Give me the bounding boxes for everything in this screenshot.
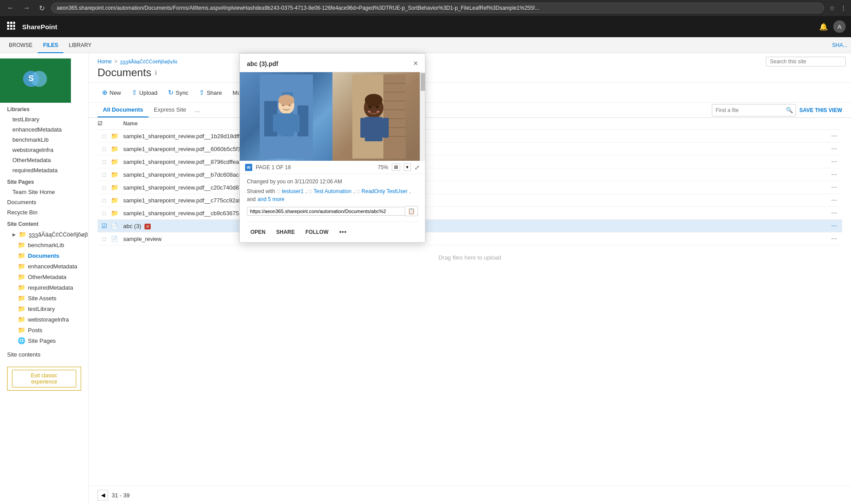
url-bar[interactable] bbox=[51, 3, 824, 13]
table-row[interactable]: ☑ 📄 abc (3) ✕ ··· bbox=[98, 220, 842, 233]
file-name[interactable]: sample1_sharepoint_review.pdf__8796cdffe… bbox=[123, 159, 826, 165]
table-row[interactable]: □ 📁 sample1_sharepoint_review.pdf__8796c… bbox=[98, 155, 842, 168]
file-name[interactable]: sample1_sharepoint_review.pdf__6060b5c5f… bbox=[123, 146, 826, 152]
find-file-search-icon[interactable]: 🔍 bbox=[783, 107, 796, 113]
shared-user-readonly[interactable]: ReadOnly TestUser bbox=[362, 188, 408, 194]
file-menu-button[interactable]: ··· bbox=[826, 183, 842, 191]
sidebar-item-benchmarklib2[interactable]: 📁 benchmarkLib bbox=[0, 240, 88, 250]
row-checkbox[interactable]: □ bbox=[98, 133, 111, 140]
sidebar-item-othermeta2[interactable]: 📁 OtherMetadata bbox=[0, 271, 88, 282]
preview-scrollbar[interactable] bbox=[420, 72, 425, 161]
popup-expand-button[interactable]: ⤢ bbox=[414, 164, 420, 171]
sidebar-item-documents[interactable]: Documents bbox=[0, 197, 88, 207]
refresh-button[interactable]: ↻ bbox=[36, 3, 47, 13]
view-tab-all-documents[interactable]: All Documents bbox=[98, 103, 148, 117]
sidebar-item-testlibrary[interactable]: testLibrary bbox=[0, 114, 88, 124]
popup-follow-button[interactable]: FOLLOW bbox=[302, 227, 332, 237]
file-menu-button[interactable]: ··· bbox=[826, 222, 842, 230]
table-row[interactable]: □ 📁 sample1_sharepoint_review.pdf__6060b… bbox=[98, 143, 842, 155]
sidebar-item-benchmarklib[interactable]: benchmarkLib bbox=[0, 135, 88, 145]
notification-bell-icon[interactable]: 🔔 bbox=[819, 23, 828, 31]
row-checkbox[interactable]: □ bbox=[98, 197, 111, 204]
sidebar-item-recycle-bin[interactable]: Recycle Bin bbox=[0, 207, 88, 217]
view-tab-express-site[interactable]: Express Site bbox=[148, 103, 191, 117]
scrollbar-thumb[interactable] bbox=[421, 73, 425, 91]
sidebar-item-siteassets[interactable]: 📁 Site Assets bbox=[0, 293, 88, 303]
file-menu-button[interactable]: ··· bbox=[826, 132, 842, 140]
popup-more-button[interactable]: ••• bbox=[336, 226, 350, 238]
table-row[interactable]: □ 📁 sample1_sharepoint_review.pdf__c775c… bbox=[98, 194, 842, 207]
table-row[interactable]: □ 📁 sample1_sharepoint_review.pdf__1b28d… bbox=[98, 130, 842, 143]
exit-classic-button[interactable]: Exit classic experience bbox=[12, 370, 76, 388]
shared-user-testuser1[interactable]: testuser1 bbox=[282, 188, 304, 194]
sidebar-item-othermetadata[interactable]: OtherMetadata bbox=[0, 155, 88, 165]
breadcrumb-home[interactable]: Home bbox=[98, 58, 112, 65]
row-checkbox[interactable]: □ bbox=[98, 171, 111, 178]
tab-files[interactable]: FILES bbox=[38, 37, 63, 53]
pagination-prev-button[interactable]: ◀ bbox=[98, 490, 108, 500]
popup-share-button[interactable]: SHARE bbox=[273, 227, 298, 237]
new-button[interactable]: ⊕ New bbox=[98, 86, 125, 99]
tab-library[interactable]: LIBRARY bbox=[63, 37, 97, 53]
sidebar-item-webstorage2[interactable]: 📁 webstoragelnfra bbox=[0, 314, 88, 325]
view-tab-more[interactable]: ... bbox=[191, 103, 203, 117]
popup-view-list-button[interactable]: ▾ bbox=[404, 163, 411, 171]
upload-button[interactable]: ⇧ Upload bbox=[127, 86, 162, 99]
sidebar-item-webstorage[interactable]: webstoragelnfra bbox=[0, 145, 88, 155]
file-name[interactable]: sample1_sharepoint_review.pdf__1b28d18df… bbox=[123, 133, 826, 140]
file-name[interactable]: abc (3) ✕ bbox=[123, 223, 826, 229]
table-row[interactable]: □ 📁 sample1_sharepoint_review.pdf__cb9c6… bbox=[98, 207, 842, 220]
file-menu-button[interactable]: ··· bbox=[826, 145, 842, 153]
shared-user-testautomation[interactable]: Test Automation bbox=[314, 188, 351, 194]
sidebar-item-documents2[interactable]: 📁 Documents bbox=[0, 250, 88, 261]
sidebar-item-testlib2[interactable]: 📁 testLibrary bbox=[0, 303, 88, 314]
user-avatar[interactable]: A bbox=[833, 20, 846, 33]
row-checkbox[interactable]: □ bbox=[98, 236, 111, 242]
file-name[interactable]: sample1_sharepoint_review.pdf__c775cc92a… bbox=[123, 197, 826, 204]
shared-more-link[interactable]: and 5 more bbox=[258, 196, 285, 202]
breadcrumb-site[interactable]: ვვვãÃäąĆĉĊĊöèñĵõøβγδε bbox=[120, 59, 178, 65]
row-checkbox[interactable]: □ bbox=[98, 159, 111, 165]
forward-button[interactable]: → bbox=[20, 3, 33, 13]
row-checkbox[interactable]: ☑ bbox=[98, 222, 111, 229]
sidebar-item-site-contents[interactable]: Site contents bbox=[0, 349, 88, 360]
row-checkbox[interactable]: □ bbox=[98, 184, 111, 191]
row-checkbox[interactable]: □ bbox=[98, 210, 111, 217]
file-menu-button[interactable]: ··· bbox=[826, 235, 842, 243]
sidebar-item-enhancedmeta2[interactable]: 📁 enhancedMetadata bbox=[0, 261, 88, 271]
search-site-input[interactable] bbox=[766, 57, 846, 66]
sidebar-item-teamsitehome[interactable]: Team Site Home bbox=[0, 187, 88, 197]
file-menu-button[interactable]: ··· bbox=[826, 196, 842, 204]
row-checkbox[interactable]: □ bbox=[98, 146, 111, 152]
sidebar-item-requiredmeta2[interactable]: 📁 requiredMetadata bbox=[0, 282, 88, 293]
app-launcher-icon[interactable]: ​ bbox=[5, 20, 17, 34]
file-menu-button[interactable]: ··· bbox=[826, 171, 842, 178]
header-name-col[interactable]: Name bbox=[123, 120, 826, 127]
sync-button[interactable]: ↻ Sync bbox=[164, 86, 193, 99]
file-name[interactable]: sample1_sharepoint_review.pdf__b7dc608ac… bbox=[123, 171, 826, 178]
save-this-view-button[interactable]: SAVE THIS VIEW bbox=[800, 107, 842, 113]
share-button[interactable]: ⇧ Share bbox=[195, 86, 226, 99]
file-menu-button[interactable]: ··· bbox=[826, 158, 842, 166]
file-name[interactable]: sample1_sharepoint_review.pdf__cb9c63675… bbox=[123, 210, 826, 217]
popup-copy-button[interactable]: 📋 bbox=[405, 206, 418, 216]
ribbon-share-btn[interactable]: SHA... bbox=[832, 42, 847, 48]
sidebar-item-site1[interactable]: ▶ 📁 ვვვãÃäąĆĉĊĊöèñĵõøβγδε bbox=[0, 229, 88, 240]
table-row[interactable]: □ 📁 sample1_sharepoint_review.pdf__c20c7… bbox=[98, 181, 842, 194]
sidebar-item-enhancedmetadata[interactable]: enhancedMetadata bbox=[0, 124, 88, 135]
find-file-input[interactable] bbox=[712, 107, 783, 113]
file-name[interactable]: sample_review bbox=[123, 236, 826, 242]
file-preview-popup[interactable]: abc (3).pdf × bbox=[239, 53, 426, 243]
popup-view-grid-button[interactable]: ⊞ bbox=[392, 163, 400, 171]
file-menu-button[interactable]: ··· bbox=[826, 209, 842, 217]
tab-browse[interactable]: BROWSE bbox=[4, 37, 38, 53]
table-row[interactable]: □ 📁 sample1_sharepoint_review.pdf__b7dc6… bbox=[98, 168, 842, 181]
popup-close-button[interactable]: × bbox=[413, 59, 418, 68]
sidebar-item-requiredmetadata[interactable]: requiredMetadata bbox=[0, 165, 88, 175]
popup-open-button[interactable]: OPEN bbox=[247, 227, 269, 237]
sidebar-item-posts[interactable]: 📁 Posts bbox=[0, 325, 88, 335]
back-button[interactable]: ← bbox=[4, 3, 17, 13]
table-row[interactable]: □ 📄 sample_review ··· bbox=[98, 233, 842, 245]
select-all-checkbox[interactable]: ☑ bbox=[98, 120, 102, 127]
sidebar-item-sitepages2[interactable]: 🌐 Site Pages bbox=[0, 335, 88, 346]
